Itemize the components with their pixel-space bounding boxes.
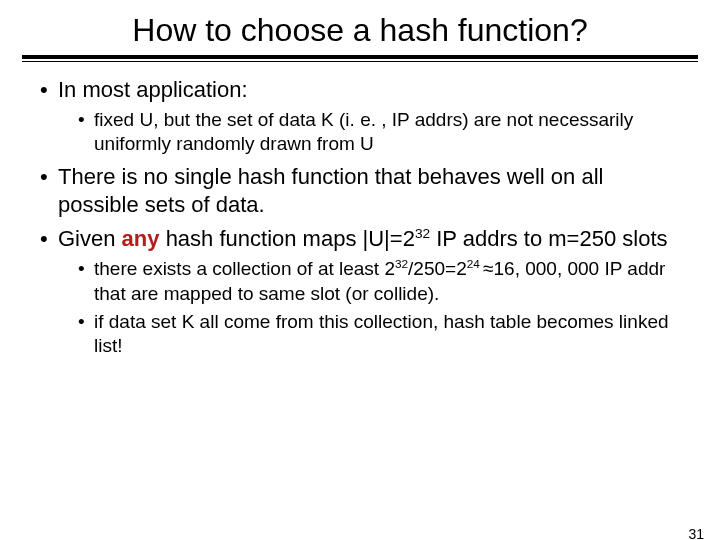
bullet-item: In most application: fixed U, but the se…	[40, 76, 680, 157]
emphasis-any: any	[122, 226, 160, 251]
sub-bullet-list: fixed U, but the set of data K (i. e. , …	[58, 108, 680, 157]
title-rule-thin	[22, 61, 698, 62]
superscript: 24	[467, 257, 483, 270]
slide-title: How to choose a hash function?	[0, 12, 720, 49]
bullet-list: In most application: fixed U, but the se…	[40, 76, 680, 359]
sub-bullet-item: there exists a collection of at least 23…	[78, 257, 680, 306]
bullet-text: In most application:	[58, 77, 248, 102]
sub-bullet-item: fixed U, but the set of data K (i. e. , …	[78, 108, 680, 157]
bullet-text: /250=2	[408, 258, 467, 279]
bullet-text: hash function maps |U|=2	[160, 226, 415, 251]
bullet-text: if data set K all come from this collect…	[94, 311, 669, 356]
bullet-item: There is no single hash function that be…	[40, 163, 680, 219]
page-number: 31	[688, 526, 704, 540]
bullet-text: IP addrs to m=250 slots	[430, 226, 667, 251]
bullet-text: fixed U, but the set of data K (i. e. , …	[94, 109, 633, 154]
sub-bullet-item: if data set K all come from this collect…	[78, 310, 680, 359]
bullet-item: Given any hash function maps |U|=232 IP …	[40, 225, 680, 358]
bullet-text: Given	[58, 226, 122, 251]
bullet-text: there exists a collection of at least 2	[94, 258, 395, 279]
bullet-text: There is no single hash function that be…	[58, 164, 603, 217]
superscript: 32	[415, 226, 430, 241]
title-rule-thick	[22, 55, 698, 59]
slide: How to choose a hash function? In most a…	[0, 12, 720, 540]
sub-bullet-list: there exists a collection of at least 23…	[58, 257, 680, 358]
superscript: 32	[395, 257, 408, 270]
